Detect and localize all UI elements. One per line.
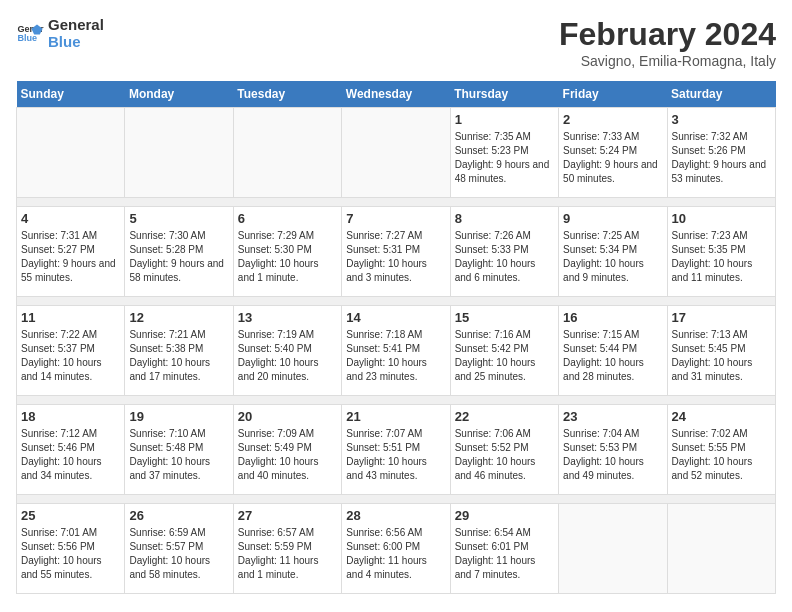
- day-info: Sunrise: 7:30 AMSunset: 5:28 PMDaylight:…: [129, 229, 228, 285]
- logo-text-blue: Blue: [48, 33, 104, 50]
- day-info: Sunrise: 6:59 AMSunset: 5:57 PMDaylight:…: [129, 526, 228, 582]
- day-number: 22: [455, 409, 554, 424]
- calendar-cell: 27Sunrise: 6:57 AMSunset: 5:59 PMDayligh…: [233, 504, 341, 594]
- day-info: Sunrise: 7:04 AMSunset: 5:53 PMDaylight:…: [563, 427, 662, 483]
- calendar-week-row: 4Sunrise: 7:31 AMSunset: 5:27 PMDaylight…: [17, 207, 776, 297]
- calendar-cell: 24Sunrise: 7:02 AMSunset: 5:55 PMDayligh…: [667, 405, 775, 495]
- calendar-cell: 7Sunrise: 7:27 AMSunset: 5:31 PMDaylight…: [342, 207, 450, 297]
- day-info: Sunrise: 7:29 AMSunset: 5:30 PMDaylight:…: [238, 229, 337, 285]
- day-info: Sunrise: 7:09 AMSunset: 5:49 PMDaylight:…: [238, 427, 337, 483]
- day-info: Sunrise: 7:27 AMSunset: 5:31 PMDaylight:…: [346, 229, 445, 285]
- day-number: 15: [455, 310, 554, 325]
- day-number: 8: [455, 211, 554, 226]
- calendar-table: SundayMondayTuesdayWednesdayThursdayFrid…: [16, 81, 776, 594]
- day-info: Sunrise: 6:56 AMSunset: 6:00 PMDaylight:…: [346, 526, 445, 582]
- calendar-cell: 15Sunrise: 7:16 AMSunset: 5:42 PMDayligh…: [450, 306, 558, 396]
- calendar-header-row: SundayMondayTuesdayWednesdayThursdayFrid…: [17, 81, 776, 108]
- day-number: 5: [129, 211, 228, 226]
- day-info: Sunrise: 7:02 AMSunset: 5:55 PMDaylight:…: [672, 427, 771, 483]
- day-number: 3: [672, 112, 771, 127]
- calendar-cell: [342, 108, 450, 198]
- location-subtitle: Savigno, Emilia-Romagna, Italy: [559, 53, 776, 69]
- calendar-cell: 19Sunrise: 7:10 AMSunset: 5:48 PMDayligh…: [125, 405, 233, 495]
- day-number: 23: [563, 409, 662, 424]
- day-info: Sunrise: 7:13 AMSunset: 5:45 PMDaylight:…: [672, 328, 771, 384]
- calendar-cell: 16Sunrise: 7:15 AMSunset: 5:44 PMDayligh…: [559, 306, 667, 396]
- day-info: Sunrise: 7:16 AMSunset: 5:42 PMDaylight:…: [455, 328, 554, 384]
- logo-icon: General Blue: [16, 19, 44, 47]
- calendar-cell: 20Sunrise: 7:09 AMSunset: 5:49 PMDayligh…: [233, 405, 341, 495]
- calendar-cell: 12Sunrise: 7:21 AMSunset: 5:38 PMDayligh…: [125, 306, 233, 396]
- day-info: Sunrise: 7:10 AMSunset: 5:48 PMDaylight:…: [129, 427, 228, 483]
- svg-text:Blue: Blue: [17, 33, 37, 43]
- day-info: Sunrise: 7:35 AMSunset: 5:23 PMDaylight:…: [455, 130, 554, 186]
- day-info: Sunrise: 7:15 AMSunset: 5:44 PMDaylight:…: [563, 328, 662, 384]
- title-block: February 2024 Savigno, Emilia-Romagna, I…: [559, 16, 776, 69]
- calendar-week-row: 18Sunrise: 7:12 AMSunset: 5:46 PMDayligh…: [17, 405, 776, 495]
- day-info: Sunrise: 7:12 AMSunset: 5:46 PMDaylight:…: [21, 427, 120, 483]
- calendar-cell: 23Sunrise: 7:04 AMSunset: 5:53 PMDayligh…: [559, 405, 667, 495]
- day-info: Sunrise: 7:23 AMSunset: 5:35 PMDaylight:…: [672, 229, 771, 285]
- calendar-cell: [233, 108, 341, 198]
- month-year-title: February 2024: [559, 16, 776, 53]
- calendar-cell: 10Sunrise: 7:23 AMSunset: 5:35 PMDayligh…: [667, 207, 775, 297]
- day-number: 18: [21, 409, 120, 424]
- day-number: 14: [346, 310, 445, 325]
- calendar-cell: 6Sunrise: 7:29 AMSunset: 5:30 PMDaylight…: [233, 207, 341, 297]
- day-number: 20: [238, 409, 337, 424]
- day-number: 25: [21, 508, 120, 523]
- calendar-cell: 11Sunrise: 7:22 AMSunset: 5:37 PMDayligh…: [17, 306, 125, 396]
- calendar-cell: 26Sunrise: 6:59 AMSunset: 5:57 PMDayligh…: [125, 504, 233, 594]
- day-info: Sunrise: 7:31 AMSunset: 5:27 PMDaylight:…: [21, 229, 120, 285]
- calendar-body: 1Sunrise: 7:35 AMSunset: 5:23 PMDaylight…: [17, 108, 776, 594]
- calendar-cell: 8Sunrise: 7:26 AMSunset: 5:33 PMDaylight…: [450, 207, 558, 297]
- day-number: 27: [238, 508, 337, 523]
- day-number: 26: [129, 508, 228, 523]
- logo-text-general: General: [48, 16, 104, 33]
- weekday-header-wednesday: Wednesday: [342, 81, 450, 108]
- day-number: 9: [563, 211, 662, 226]
- calendar-cell: 9Sunrise: 7:25 AMSunset: 5:34 PMDaylight…: [559, 207, 667, 297]
- calendar-cell: 21Sunrise: 7:07 AMSunset: 5:51 PMDayligh…: [342, 405, 450, 495]
- day-info: Sunrise: 7:06 AMSunset: 5:52 PMDaylight:…: [455, 427, 554, 483]
- day-number: 2: [563, 112, 662, 127]
- weekday-header-tuesday: Tuesday: [233, 81, 341, 108]
- calendar-cell: 29Sunrise: 6:54 AMSunset: 6:01 PMDayligh…: [450, 504, 558, 594]
- calendar-cell: [559, 504, 667, 594]
- page-header: General Blue General Blue February 2024 …: [16, 16, 776, 69]
- calendar-cell: 18Sunrise: 7:12 AMSunset: 5:46 PMDayligh…: [17, 405, 125, 495]
- day-info: Sunrise: 6:54 AMSunset: 6:01 PMDaylight:…: [455, 526, 554, 582]
- day-number: 12: [129, 310, 228, 325]
- calendar-cell: [125, 108, 233, 198]
- day-number: 13: [238, 310, 337, 325]
- day-number: 17: [672, 310, 771, 325]
- day-number: 16: [563, 310, 662, 325]
- weekday-header-thursday: Thursday: [450, 81, 558, 108]
- day-info: Sunrise: 7:26 AMSunset: 5:33 PMDaylight:…: [455, 229, 554, 285]
- row-separator: [17, 297, 776, 306]
- row-separator: [17, 198, 776, 207]
- calendar-cell: 22Sunrise: 7:06 AMSunset: 5:52 PMDayligh…: [450, 405, 558, 495]
- day-number: 7: [346, 211, 445, 226]
- logo: General Blue General Blue: [16, 16, 104, 50]
- calendar-cell: 14Sunrise: 7:18 AMSunset: 5:41 PMDayligh…: [342, 306, 450, 396]
- calendar-cell: 1Sunrise: 7:35 AMSunset: 5:23 PMDaylight…: [450, 108, 558, 198]
- day-number: 4: [21, 211, 120, 226]
- weekday-header-monday: Monday: [125, 81, 233, 108]
- calendar-cell: 13Sunrise: 7:19 AMSunset: 5:40 PMDayligh…: [233, 306, 341, 396]
- day-info: Sunrise: 7:01 AMSunset: 5:56 PMDaylight:…: [21, 526, 120, 582]
- calendar-cell: 2Sunrise: 7:33 AMSunset: 5:24 PMDaylight…: [559, 108, 667, 198]
- calendar-cell: 3Sunrise: 7:32 AMSunset: 5:26 PMDaylight…: [667, 108, 775, 198]
- calendar-cell: 17Sunrise: 7:13 AMSunset: 5:45 PMDayligh…: [667, 306, 775, 396]
- day-number: 10: [672, 211, 771, 226]
- day-info: Sunrise: 7:07 AMSunset: 5:51 PMDaylight:…: [346, 427, 445, 483]
- calendar-week-row: 25Sunrise: 7:01 AMSunset: 5:56 PMDayligh…: [17, 504, 776, 594]
- row-separator: [17, 396, 776, 405]
- weekday-header-sunday: Sunday: [17, 81, 125, 108]
- day-number: 11: [21, 310, 120, 325]
- weekday-header-friday: Friday: [559, 81, 667, 108]
- row-separator: [17, 495, 776, 504]
- day-info: Sunrise: 7:22 AMSunset: 5:37 PMDaylight:…: [21, 328, 120, 384]
- calendar-cell: [17, 108, 125, 198]
- day-number: 1: [455, 112, 554, 127]
